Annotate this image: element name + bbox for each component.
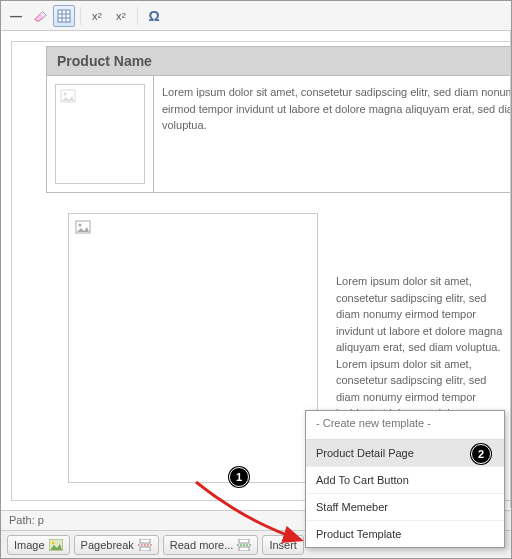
- svg-rect-15: [239, 547, 249, 551]
- picture-icon: [49, 539, 63, 551]
- readmore-button[interactable]: Read more...: [163, 535, 259, 555]
- path-display: Path: p: [9, 514, 44, 526]
- separator: [80, 7, 81, 25]
- readmore-icon: [237, 539, 251, 551]
- special-char-icon[interactable]: Ω: [143, 5, 165, 27]
- image-placeholder-large-icon: [68, 213, 318, 483]
- dropdown-item-add-to-cart[interactable]: Add To Cart Button: [306, 466, 504, 493]
- annotation-badge-1: 1: [229, 467, 249, 487]
- template-dropdown: - Create new template - Product Detail P…: [305, 410, 505, 548]
- svg-rect-0: [58, 10, 70, 22]
- dropdown-item-product-template[interactable]: Product Template: [306, 520, 504, 547]
- pagebreak-icon: [138, 539, 152, 551]
- dropdown-item-staff[interactable]: Staff Memeber: [306, 493, 504, 520]
- product-desc: Lorem ipsum dolor sit amet, consetetur s…: [154, 76, 511, 193]
- subscript-icon[interactable]: x2: [86, 5, 108, 27]
- image-button[interactable]: Image: [7, 535, 70, 555]
- annotation-badge-2: 2: [471, 444, 491, 464]
- svg-rect-14: [239, 539, 249, 543]
- product-heading: Product Name: [47, 47, 511, 76]
- editor-toolbar: — x2 x2 Ω: [1, 1, 511, 31]
- dropdown-header: - Create new template -: [306, 411, 504, 440]
- svg-rect-12: [140, 547, 150, 551]
- separator: [137, 7, 138, 25]
- image-placeholder-icon: [55, 84, 145, 184]
- insert-button[interactable]: Insert: [262, 535, 304, 555]
- hr-icon[interactable]: —: [5, 5, 27, 27]
- svg-rect-11: [140, 539, 150, 543]
- svg-point-8: [79, 224, 82, 227]
- superscript-icon[interactable]: x2: [110, 5, 132, 27]
- pagebreak-button[interactable]: Pagebreak: [74, 535, 159, 555]
- product-table: Product Name Lorem ipsum dolor sit amet,…: [46, 46, 510, 193]
- guidelines-icon[interactable]: [53, 5, 75, 27]
- svg-point-6: [64, 93, 67, 96]
- eraser-icon[interactable]: [29, 5, 51, 27]
- svg-point-10: [51, 541, 54, 544]
